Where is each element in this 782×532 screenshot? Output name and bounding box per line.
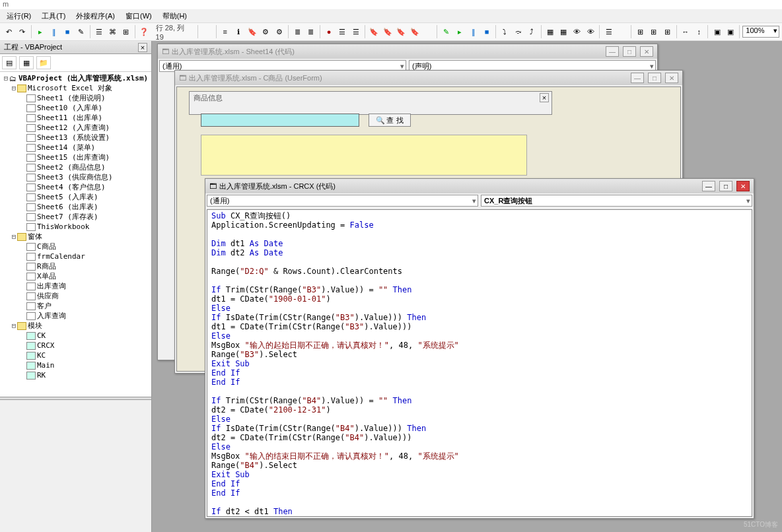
window-titlebar[interactable]: 🗔 出入库管理系统.xlsm - CRCX (代码) — □ ✕ (205, 179, 754, 193)
window-titlebar[interactable]: 🗔 出入库管理系统.xlsm - Sheet14 (代码) — □ ✕ (158, 44, 657, 59)
redo-icon[interactable]: ↷ (16, 25, 28, 38)
tree-item-module[interactable]: CK (1, 331, 150, 341)
tree-item-form[interactable]: C商品 (1, 242, 150, 251)
tree-item-sheet[interactable]: Sheet2 (商品信息) (1, 162, 150, 172)
tree-item-sheet[interactable]: Sheet10 (入库单) (1, 103, 150, 113)
immediate-icon[interactable]: ▦ (557, 25, 569, 38)
tree-folder-modules[interactable]: ⊟模块 (1, 321, 150, 331)
info-icon[interactable]: ℹ (232, 25, 244, 38)
break-icon[interactable]: ‖ (467, 25, 479, 38)
locals-icon[interactable]: ▦ (544, 25, 556, 38)
view-code-icon[interactable]: ▤ (2, 56, 17, 69)
step-out-icon[interactable]: ⤴ (526, 25, 538, 38)
indent-icon[interactable]: ≣ (304, 25, 316, 38)
tree-item-form[interactable]: 供应商 (1, 291, 150, 301)
maximize-button[interactable]: □ (648, 73, 661, 83)
tree-folder-forms[interactable]: ⊟窗体 (1, 232, 150, 242)
callstack-icon[interactable]: ☰ (602, 25, 614, 38)
design-icon[interactable]: ✎ (440, 25, 452, 38)
close-button[interactable]: ✕ (665, 73, 678, 83)
tree-item-module[interactable]: Main (1, 360, 150, 370)
tree-folder-excel-objects[interactable]: ⊟Microsoft Excel 对象 (1, 83, 150, 93)
uncomment-icon[interactable]: ☰ (350, 25, 362, 38)
zoom-dropdown[interactable]: 100% (742, 26, 779, 38)
tool-icon[interactable]: ⚙ (273, 25, 285, 38)
tree-item-module[interactable]: RK (1, 370, 150, 380)
watch-icon[interactable]: 👁 (571, 25, 583, 38)
tree-item-form[interactable]: 客户 (1, 301, 150, 311)
folder-toggle-icon[interactable]: 📁 (36, 56, 51, 69)
close-panel-button[interactable]: × (138, 43, 147, 52)
product-search-input[interactable] (201, 114, 359, 127)
run-icon[interactable]: ▸ (34, 25, 46, 38)
menu-window[interactable]: 窗口(W) (123, 11, 155, 21)
groupbox-close-icon[interactable]: × (540, 93, 549, 102)
procedure-dropdown[interactable]: CX_R查询按钮 (481, 195, 752, 207)
quickwatch-icon[interactable]: 👁 (585, 25, 596, 38)
minimize-button[interactable]: — (631, 73, 644, 83)
project-tree[interactable]: ⊟🗂VBAProject (出入库管理系统.xlsm) ⊟Microsoft E… (0, 72, 151, 397)
breakpoint-icon[interactable]: ● (323, 25, 335, 38)
tree-item-sheet[interactable]: Sheet4 (客户信息) (1, 182, 150, 192)
bookmark-prev-icon[interactable]: 🔖 (395, 25, 407, 38)
tree-item-sheet[interactable]: Sheet1 (使用说明) (1, 93, 150, 103)
bookmark-icon[interactable]: 🔖 (246, 25, 258, 38)
tree-item-module[interactable]: KC (1, 350, 150, 360)
find-button[interactable]: 🔍 查 找 (369, 114, 411, 127)
help-icon[interactable]: ❓ (138, 25, 150, 38)
menu-help[interactable]: 帮助(H) (160, 11, 190, 21)
tree-item-sheet[interactable]: Sheet7 (库存表) (1, 212, 150, 222)
tree-item-sheet[interactable]: Sheet11 (出库单) (1, 113, 150, 123)
center-icon[interactable]: ▣ (725, 25, 736, 38)
step-into-icon[interactable]: ⤵ (499, 25, 511, 38)
comment-icon[interactable]: ☰ (336, 25, 348, 38)
align-icon[interactable]: ⊞ (661, 25, 673, 38)
tree-item-module[interactable]: CRCX (1, 341, 150, 350)
tree-item-sheet[interactable]: Sheet6 (出库表) (1, 202, 150, 212)
tree-item-sheet[interactable]: Sheet3 (供应商信息) (1, 172, 150, 182)
project-explorer-icon[interactable]: ☰ (93, 25, 105, 38)
maximize-button[interactable]: □ (623, 46, 636, 57)
align-icon[interactable]: ⊞ (634, 25, 646, 38)
tree-item-sheet[interactable]: Sheet13 (系统设置) (1, 133, 150, 143)
pause-icon[interactable]: ‖ (48, 25, 59, 38)
results-listbox[interactable] (201, 135, 527, 176)
minimize-button[interactable]: — (702, 181, 715, 191)
design-mode-icon[interactable]: ✎ (75, 25, 87, 38)
run-sub-icon[interactable]: ▸ (454, 25, 466, 38)
menu-tools[interactable]: 工具(T) (39, 11, 68, 21)
close-button[interactable]: ✕ (736, 181, 750, 191)
groupbox-product-info[interactable]: 商品信息 × (189, 91, 552, 115)
view-object-icon[interactable]: ▦ (19, 56, 34, 69)
tree-item-form[interactable]: 入库查询 (1, 311, 150, 321)
object-dropdown[interactable]: (通用) (207, 195, 478, 207)
size-icon[interactable]: ↔ (680, 25, 692, 38)
minimize-button[interactable]: — (606, 46, 619, 57)
maximize-button[interactable]: □ (719, 181, 732, 191)
align-icon[interactable]: ⊞ (648, 25, 660, 38)
tree-item-sheet[interactable]: Sheet15 (出库查询) (1, 152, 150, 162)
menu-addins[interactable]: 外接程序(A) (73, 11, 118, 21)
code-window-crcx[interactable]: 🗔 出入库管理系统.xlsm - CRCX (代码) — □ ✕ (通用) CX… (205, 178, 754, 519)
object-browser-icon[interactable]: ⊞ (120, 25, 132, 38)
tree-item-sheet[interactable]: ThisWorkbook (1, 222, 150, 232)
bookmark-next-icon[interactable]: 🔖 (382, 25, 394, 38)
tree-item-form[interactable]: X单品 (1, 271, 150, 281)
step-over-icon[interactable]: ⤼ (513, 25, 524, 38)
tree-item-sheet[interactable]: Sheet12 (入库查询) (1, 123, 150, 133)
tree-item-form[interactable]: R商品 (1, 261, 150, 271)
tree-root[interactable]: ⊟🗂VBAProject (出入库管理系统.xlsm) (1, 73, 150, 83)
reset-icon[interactable]: ■ (481, 25, 493, 38)
window-titlebar[interactable]: 🗔 出入库管理系统.xlsm - C商品 (UserForm) — □ ✕ (175, 71, 682, 85)
stop-icon[interactable]: ■ (61, 25, 73, 38)
menu-run[interactable]: 运行(R) (4, 11, 34, 21)
bookmark-clear-icon[interactable]: 🔖 (409, 25, 421, 38)
outdent-icon[interactable]: ≣ (291, 25, 303, 38)
tool-icon[interactable]: ⚙ (260, 25, 271, 38)
tree-item-form[interactable]: 出库查询 (1, 281, 150, 291)
list-icon[interactable]: ≡ (219, 25, 231, 38)
code-editor[interactable]: Sub CX_R查询按钮() Application.ScreenUpdatin… (207, 209, 752, 517)
close-button[interactable]: ✕ (640, 46, 653, 57)
tree-item-form[interactable]: frmCalendar (1, 251, 150, 261)
properties-icon[interactable]: ⌘ (106, 25, 118, 38)
